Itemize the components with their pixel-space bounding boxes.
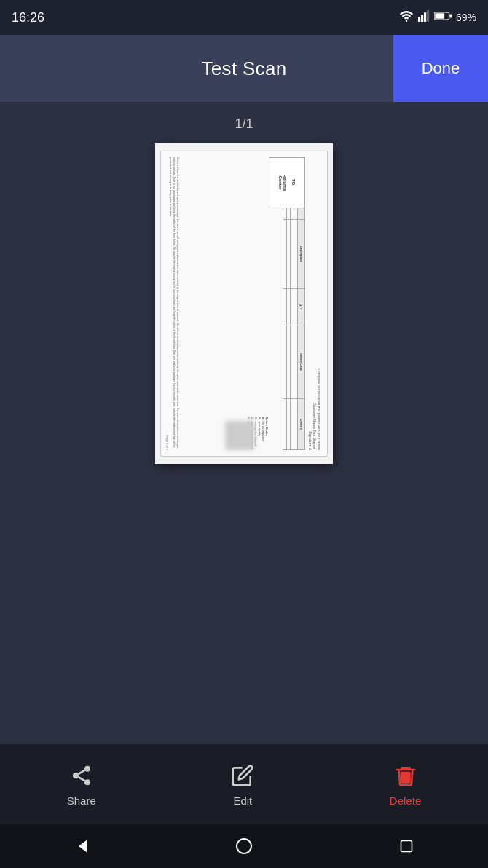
col-qty: QTY <box>298 288 305 325</box>
col-desc: Description <box>298 219 305 288</box>
document-paper: Complete and enclose this portion with y… <box>155 143 333 464</box>
svg-rect-14 <box>401 771 410 783</box>
doc-address-box: TO:ReturnsCenter <box>269 157 305 208</box>
svg-rect-4 <box>427 10 429 22</box>
wifi-icon <box>399 10 414 25</box>
svg-rect-1 <box>418 17 420 22</box>
nav-bar <box>0 824 488 868</box>
status-time: 16:26 <box>12 10 44 25</box>
content-area: 1/1 Complete and enclose this portion wi… <box>0 102 488 744</box>
doc-page-num: Page 2 of 2 <box>165 435 169 450</box>
svg-point-16 <box>237 839 251 853</box>
share-button[interactable]: Share <box>67 762 96 807</box>
col-order: Order # <box>298 399 305 450</box>
header-title: Test Scan <box>202 58 287 80</box>
home-button[interactable] <box>227 829 261 864</box>
doc-redacted-area <box>225 421 254 450</box>
recents-button[interactable] <box>389 829 424 864</box>
share-icon <box>68 762 95 789</box>
svg-point-0 <box>406 20 408 22</box>
scanned-document[interactable]: Complete and enclose this portion with y… <box>155 143 333 464</box>
status-bar: 16:26 6 <box>0 0 488 35</box>
edit-button[interactable]: Edit <box>229 762 256 807</box>
svg-rect-17 <box>401 841 412 852</box>
svg-marker-15 <box>79 840 87 853</box>
doc-company-text: Complete and enclose this portion with y… <box>308 369 321 450</box>
svg-line-11 <box>78 777 84 781</box>
header: Test Scan Done <box>0 35 488 102</box>
document-rotated-content: Complete and enclose this portion with y… <box>160 151 328 457</box>
share-label: Share <box>67 794 96 807</box>
delete-button[interactable]: Delete <box>390 762 421 807</box>
svg-rect-2 <box>421 15 423 22</box>
signal-icon <box>418 10 430 25</box>
doc-text-block: Returns: Upon first availability and upo… <box>168 157 179 450</box>
svg-point-8 <box>84 765 90 771</box>
svg-rect-3 <box>424 12 426 22</box>
back-button[interactable] <box>64 829 99 864</box>
delete-icon <box>393 762 419 789</box>
battery-percent: 69% <box>456 12 476 23</box>
page-counter: 1/1 <box>235 117 253 132</box>
doc-company-header: Complete and enclose this portion with y… <box>308 157 321 450</box>
edit-icon <box>229 762 256 789</box>
delete-label: Delete <box>390 794 421 807</box>
svg-rect-6 <box>449 14 452 17</box>
battery-icon <box>434 11 452 24</box>
edit-label: Edit <box>233 794 252 807</box>
action-bar: Share Edit Delete <box>0 744 488 824</box>
svg-line-12 <box>78 770 84 773</box>
svg-rect-13 <box>401 768 409 770</box>
svg-rect-7 <box>435 13 444 19</box>
status-icons: 69% <box>399 10 476 25</box>
col-return-code: Return Code <box>298 325 305 399</box>
svg-point-9 <box>73 773 79 778</box>
svg-point-10 <box>84 779 90 785</box>
done-button[interactable]: Done <box>393 35 488 102</box>
